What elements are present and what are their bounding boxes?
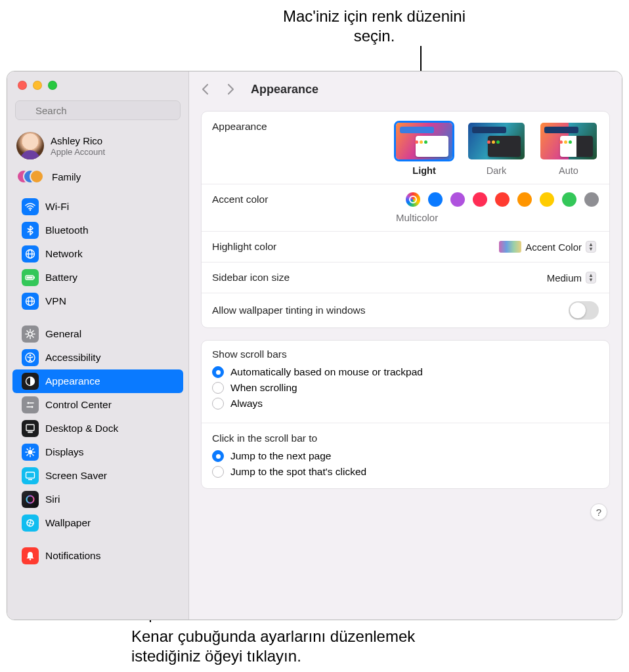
battery-icon xyxy=(22,269,39,286)
radio-label: Jump to the spot that's clicked xyxy=(230,466,366,478)
radio-button xyxy=(212,466,224,478)
scrollbars-option[interactable]: Automatically based on mouse or trackpad xyxy=(202,364,609,380)
accent-color-label: Accent color xyxy=(212,194,268,205)
accent-swatch-green[interactable] xyxy=(562,192,576,207)
accent-swatch-orange[interactable] xyxy=(517,192,532,207)
appearance-option-label: Dark xyxy=(466,165,527,176)
appearance-thumb-light xyxy=(394,121,454,161)
displays-icon xyxy=(22,444,39,461)
sidebar-item-wallpaper[interactable]: Wallpaper xyxy=(12,511,183,535)
sidebar-size-popup[interactable]: Medium ▲▼ xyxy=(542,270,599,285)
back-button[interactable] xyxy=(197,79,214,99)
family-label: Family xyxy=(52,171,81,182)
accent-swatch-graphite[interactable] xyxy=(584,192,599,207)
accent-swatch-pink[interactable] xyxy=(473,192,487,207)
account-row[interactable]: Ashley Rico Apple Account xyxy=(7,128,188,165)
sidebar-item-siri[interactable]: Siri xyxy=(12,488,183,511)
appearance-thumb-dark xyxy=(466,121,527,161)
accent-color-name: Multicolor xyxy=(396,212,599,223)
appearance-option-light[interactable]: Light xyxy=(394,121,454,176)
popup-arrows-icon: ▲▼ xyxy=(586,241,596,253)
close-button[interactable] xyxy=(18,81,27,90)
svg-point-12 xyxy=(28,332,32,336)
sidebar-item-vpn[interactable]: VPN xyxy=(12,289,183,313)
svg-point-2 xyxy=(30,209,31,211)
scrollbars-label: Show scroll bars xyxy=(202,341,609,364)
sidebar-item-control-center[interactable]: Control Center xyxy=(12,393,183,417)
help-button[interactable]: ? xyxy=(590,503,607,520)
sidebar-item-label: VPN xyxy=(45,295,66,307)
radio-label: Automatically based on mouse or trackpad xyxy=(230,366,423,378)
siri-icon xyxy=(22,491,39,508)
accent-swatch-multicolor[interactable] xyxy=(406,192,420,207)
scrollclick-label: Click in the scroll bar to xyxy=(202,429,609,448)
sidebar-item-label: Notifications xyxy=(45,550,100,562)
appearance-option-dark[interactable]: Dark xyxy=(466,121,527,176)
network-icon xyxy=(22,245,39,262)
sidebar-item-general[interactable]: General xyxy=(12,322,183,346)
sidebar-item-label: Screen Saver xyxy=(45,470,107,482)
search-container xyxy=(7,95,188,128)
sidebar-item-screen-saver[interactable]: Screen Saver xyxy=(12,464,183,488)
sidebar-item-label: General xyxy=(45,328,81,340)
search-input[interactable] xyxy=(15,100,181,120)
svg-point-22 xyxy=(28,450,33,455)
minimize-button[interactable] xyxy=(33,81,42,90)
radio-label: When scrolling xyxy=(230,382,297,394)
appearance-option-auto[interactable]: Auto xyxy=(538,121,599,176)
avatar xyxy=(16,132,44,159)
sidebar-list: Wi-FiBluetoothNetworkBatteryVPN GeneralA… xyxy=(7,195,188,620)
svg-point-16 xyxy=(28,402,30,404)
appearance-label: Appearance xyxy=(212,121,267,133)
svg-rect-20 xyxy=(26,425,34,430)
radio-button xyxy=(212,366,224,378)
sidebar-item-wifi[interactable]: Wi-Fi xyxy=(12,195,183,219)
scrollclick-option[interactable]: Jump to the next page xyxy=(202,448,609,464)
sidebar-item-battery[interactable]: Battery xyxy=(12,266,183,289)
highlight-popup[interactable]: Accent Color ▲▼ xyxy=(494,240,599,254)
accent-swatch-yellow[interactable] xyxy=(540,192,554,207)
svg-rect-8 xyxy=(27,277,33,279)
svg-rect-7 xyxy=(34,277,35,279)
appearance-panel: Appearance LightDarkAuto Accent color Mu… xyxy=(201,111,610,328)
sidebar-item-label: Wi-Fi xyxy=(45,201,69,213)
appearance-thumb-auto xyxy=(538,121,599,161)
accent-swatch-red[interactable] xyxy=(495,192,510,207)
sidebar-item-desktop-dock[interactable]: Desktop & Dock xyxy=(12,417,183,440)
sidebar-item-network[interactable]: Network xyxy=(12,242,183,266)
sidebar-item-displays[interactable]: Displays xyxy=(12,440,183,464)
highlight-label: Highlight color xyxy=(212,241,276,253)
desktop-dock-icon xyxy=(22,420,39,437)
vpn-icon xyxy=(22,293,39,310)
family-icon xyxy=(16,167,44,186)
scrollclick-option[interactable]: Jump to the spot that's clicked xyxy=(202,464,609,486)
accent-swatch-purple[interactable] xyxy=(450,192,465,207)
popup-arrows-icon: ▲▼ xyxy=(586,272,596,284)
radio-label: Always xyxy=(230,398,263,410)
toolbar: Appearance xyxy=(189,72,622,107)
sidebar-item-notifications[interactable]: Notifications xyxy=(12,544,183,568)
zoom-button[interactable] xyxy=(48,81,57,90)
sidebar-item-label: Battery xyxy=(45,272,77,284)
sidebar-item-label: Desktop & Dock xyxy=(45,423,118,434)
notifications-icon xyxy=(22,547,39,564)
main-pane: Appearance Appearance LightDarkAuto Acce… xyxy=(189,72,622,620)
sidebar-item-appearance[interactable]: Appearance xyxy=(12,369,183,393)
svg-point-27 xyxy=(30,558,32,560)
sidebar-item-bluetooth[interactable]: Bluetooth xyxy=(12,219,183,242)
scrollbars-option[interactable]: When scrolling xyxy=(202,380,609,396)
scrollbars-option[interactable]: Always xyxy=(202,396,609,417)
appearance-option-label: Light xyxy=(394,165,454,176)
sidebar-item-accessibility[interactable]: Accessibility xyxy=(12,346,183,369)
accent-swatch-blue[interactable] xyxy=(428,192,443,207)
page-title: Appearance xyxy=(251,83,318,96)
svg-rect-21 xyxy=(28,432,33,433)
system-settings-window: Ashley Rico Apple Account Family Wi-FiBl… xyxy=(7,71,622,620)
tinting-toggle[interactable] xyxy=(569,301,599,320)
bluetooth-icon xyxy=(22,222,39,239)
family-row[interactable]: Family xyxy=(7,165,188,195)
appearance-option-label: Auto xyxy=(538,165,599,176)
svg-point-14 xyxy=(30,354,32,356)
sidebar-item-label: Siri xyxy=(45,494,60,505)
forward-button[interactable] xyxy=(222,79,239,99)
